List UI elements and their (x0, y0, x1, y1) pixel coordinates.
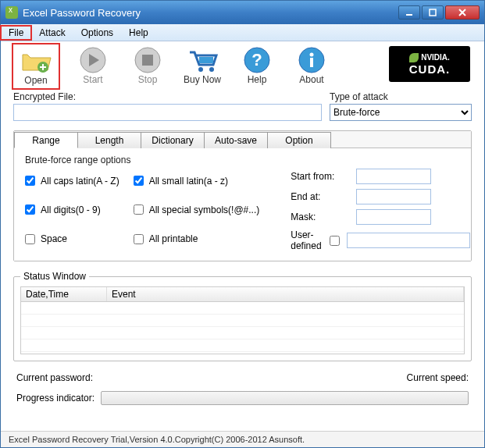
chk-allspecial[interactable]: All special symbols(!@#...) (130, 197, 260, 222)
menu-file[interactable]: File (1, 26, 31, 40)
progress-bar (101, 391, 469, 405)
status-rows (21, 302, 464, 354)
chk-space[interactable]: Space (22, 227, 119, 251)
col-event[interactable]: Event (107, 287, 464, 301)
svg-point-7 (209, 67, 214, 72)
maximize-button[interactable] (422, 5, 444, 20)
about-button[interactable]: About (293, 46, 330, 85)
encrypted-file-input[interactable] (13, 104, 322, 121)
open-label: Open (24, 75, 47, 86)
folder-open-icon (17, 47, 55, 75)
help-icon: ? (238, 46, 276, 74)
start-button[interactable]: Start (74, 46, 112, 85)
app-window: Excel Password Recovery File Attack Opti… (0, 0, 485, 448)
stop-icon (129, 46, 166, 74)
svg-rect-13 (310, 58, 313, 67)
buy-label: Buy Now (184, 74, 221, 85)
nvidia-text: NVIDIA. (409, 53, 450, 62)
range-legend: Brute-force range options (25, 155, 463, 165)
options-tabs: Range Length Dictionary Auto-save Option… (13, 130, 472, 261)
menubar: File Attack Options Help (1, 24, 484, 41)
svg-text:?: ? (251, 50, 262, 69)
startfrom-label: Start from: (291, 171, 351, 182)
toolbar: Open Start Stop Buy Now ? Help (1, 41, 484, 90)
userdef-checkbox[interactable] (330, 236, 340, 246)
table-row (21, 302, 464, 315)
tab-length[interactable]: Length (77, 132, 141, 148)
current-speed-label: Current speed: (407, 372, 469, 383)
col-datetime[interactable]: Date,Time (21, 287, 107, 301)
mask-input[interactable] (356, 209, 431, 225)
table-row (21, 315, 464, 327)
menu-attack[interactable]: Attack (31, 26, 73, 40)
buy-now-button[interactable]: Buy Now (184, 46, 221, 85)
info-icon (293, 46, 330, 74)
svg-point-12 (310, 53, 314, 57)
startfrom-input[interactable] (356, 169, 431, 184)
cuda-text: CUDA. (409, 62, 451, 76)
chk-printable[interactable]: All printable (130, 227, 260, 251)
userdef-label: User-defined (291, 229, 321, 251)
attack-type-select[interactable]: Brute-force (330, 104, 472, 121)
encrypted-file-label: Encrypted File: (13, 91, 322, 102)
userdef-input[interactable] (347, 233, 470, 248)
nvidia-cuda-badge: NVIDIA. CUDA. (389, 46, 470, 82)
chk-allsmall[interactable]: All small latin(a - z) (130, 169, 260, 193)
help-label: Help (248, 74, 267, 85)
table-row (21, 327, 464, 340)
help-button[interactable]: ? Help (238, 46, 276, 85)
chk-allcaps[interactable]: All caps latin(A - Z) (22, 169, 119, 193)
tab-option[interactable]: Option (267, 132, 331, 148)
about-label: About (299, 74, 323, 85)
status-window: Status Window Date,Time Event (13, 271, 472, 361)
menu-options[interactable]: Options (73, 26, 121, 40)
menu-help[interactable]: Help (121, 26, 156, 40)
status-legend: Status Window (20, 271, 89, 282)
tab-range[interactable]: Range (14, 132, 78, 148)
play-icon (74, 46, 112, 74)
tab-dictionary[interactable]: Dictionary (141, 132, 205, 148)
svg-rect-5 (142, 55, 153, 66)
tab-autosave[interactable]: Auto-save (204, 132, 268, 148)
progress-label: Progress indicator: (16, 393, 95, 404)
chk-alldigits[interactable]: All digits(0 - 9) (22, 197, 119, 222)
endat-label: End at: (291, 191, 351, 202)
close-button[interactable] (445, 5, 480, 20)
attack-type-label: Type of attack (330, 91, 472, 102)
minimize-button[interactable] (398, 5, 420, 20)
svg-rect-1 (430, 9, 436, 16)
stop-button[interactable]: Stop (129, 46, 166, 85)
svg-rect-0 (406, 14, 412, 16)
svg-point-6 (198, 67, 203, 72)
titlebar: Excel Password Recovery (1, 1, 484, 24)
table-row (21, 340, 464, 352)
status-table: Date,Time Event (20, 286, 465, 354)
mask-label: Mask: (291, 212, 351, 222)
current-password-label: Current password: (16, 372, 93, 383)
endat-input[interactable] (356, 189, 431, 204)
start-label: Start (83, 74, 102, 85)
open-button[interactable]: Open (15, 46, 57, 87)
cart-icon (184, 46, 221, 74)
window-title: Excel Password Recovery (23, 7, 398, 19)
svg-rect-8 (199, 57, 213, 63)
content-area: Encrypted File: Type of attack Brute-for… (1, 90, 484, 431)
stop-label: Stop (138, 74, 158, 85)
app-icon (5, 6, 18, 19)
statusbar: Excel Password Recovery Trial,Version 4.… (1, 431, 484, 447)
